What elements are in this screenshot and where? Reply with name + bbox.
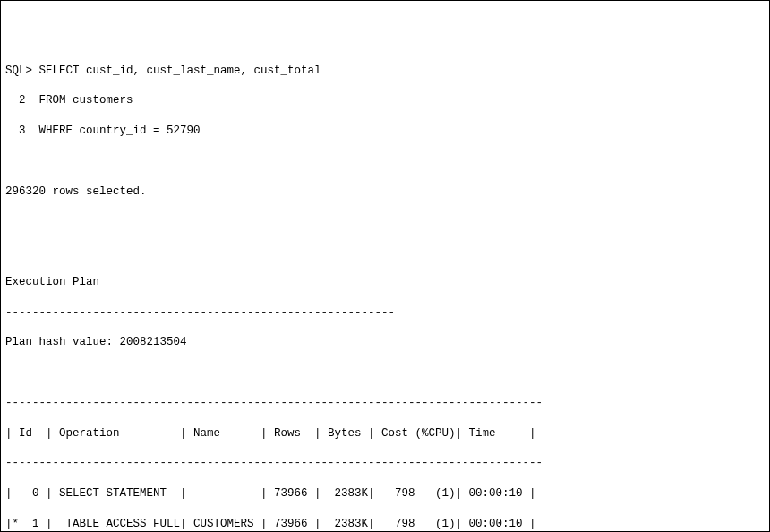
plan-table-row-1: |* 1 | TABLE ACCESS FULL| CUSTOMERS | 73… [5, 517, 765, 532]
blank-line [5, 365, 765, 381]
execution-plan-header: Execution Plan [5, 275, 765, 290]
sql-linenum-2: 2 [5, 94, 39, 107]
sql-line-3: 3 WHERE country_id = 52790 [5, 124, 765, 139]
rows-selected: 296320 rows selected. [5, 184, 765, 200]
plan-hash: Plan hash value: 2008213504 [5, 335, 765, 350]
blank-line [5, 214, 765, 229]
plan-hash-value: 2008213504 [120, 336, 187, 348]
execution-plan-dashes: ----------------------------------------… [5, 305, 765, 321]
sql-prompt: SQL> [5, 64, 32, 77]
plan-table-row-0: | 0 | SELECT STATEMENT | | 73966 | 2383K… [5, 486, 765, 502]
sql-line-1: SQL> SELECT cust_id, cust_last_name, cus… [5, 64, 765, 79]
sql-stmt-3: WHERE country_id = 52790 [39, 124, 201, 137]
sql-linenum-3: 3 [5, 124, 39, 137]
sql-stmt-2: FROM customers [39, 94, 133, 107]
blank-line [5, 154, 765, 169]
plan-hash-label: Plan hash value: [5, 336, 120, 348]
plan-table-header: | Id | Operation | Name | Rows | Bytes |… [5, 426, 765, 442]
plan-table-border-mid: ----------------------------------------… [5, 456, 765, 471]
sql-stmt-1: SELECT cust_id, cust_last_name, cust_tot… [32, 64, 321, 77]
blank-line [5, 245, 765, 260]
plan-table-border-top: ----------------------------------------… [5, 396, 765, 411]
sql-line-2: 2 FROM customers [5, 93, 765, 108]
